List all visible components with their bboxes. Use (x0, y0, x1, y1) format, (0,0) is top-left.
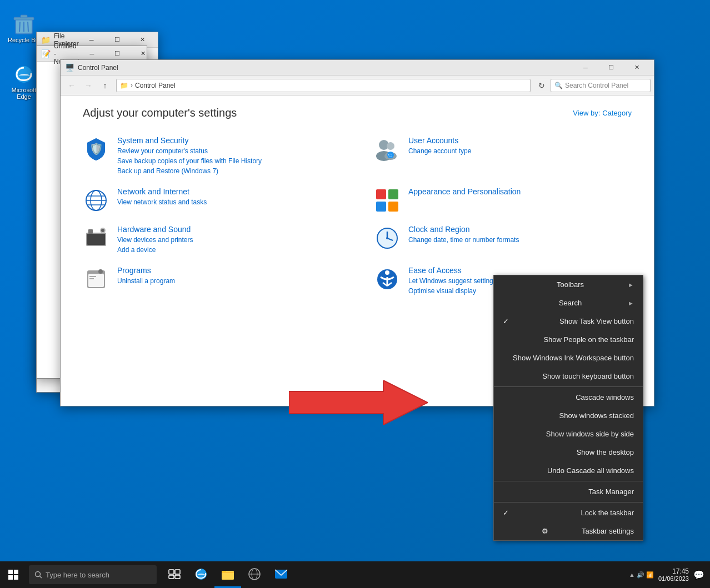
system-security-title[interactable]: System and Security (117, 136, 262, 145)
svg-point-31 (386, 237, 388, 239)
control-panel-titlebar: 🖥️ Control Panel ─ ☐ ✕ (61, 60, 654, 76)
cm-item-touch-keyboard[interactable]: Show touch keyboard button (494, 367, 643, 385)
programs-title[interactable]: Programs (117, 266, 175, 275)
hardware-desc[interactable]: View devices and printersAdd a device (117, 235, 193, 255)
system-security-text: System and Security Review your computer… (117, 136, 262, 176)
cm-item-cascade[interactable]: Cascade windows (494, 388, 643, 406)
svg-rect-52 (175, 575, 180, 579)
context-menu: Toolbars ► Search ► ✓ Show Task View but… (493, 275, 643, 541)
recycle-bin-label: Recycle Bin (8, 37, 40, 43)
programs-desc[interactable]: Uninstall a program (117, 276, 175, 286)
svg-line-3 (19, 22, 20, 32)
hardware-title[interactable]: Hardware and Sound (117, 225, 193, 234)
ease-title[interactable]: Ease of Access (408, 266, 497, 275)
cm-label-touch-keyboard: Show touch keyboard button (542, 372, 634, 380)
cm-item-task-manager[interactable]: Task Manager (494, 483, 643, 501)
svg-text:🛡️: 🛡️ (89, 142, 103, 155)
cm-label-undo-cascade: Undo Cascade all windows (547, 466, 634, 475)
cm-item-task-view[interactable]: ✓ Show Task View button (494, 312, 643, 330)
cm-item-side-by-side[interactable]: Show windows side by side (494, 425, 643, 443)
cm-arrow-toolbars: ► (628, 282, 634, 288)
cm-item-toolbars[interactable]: Toolbars ► (494, 275, 643, 294)
svg-point-36 (98, 269, 103, 274)
cm-separator-2 (494, 481, 643, 481)
clock-desc[interactable]: Change date, time or number formats (408, 235, 519, 245)
taskbar-browser[interactable] (241, 561, 268, 588)
ease-desc[interactable]: Let Windows suggest settingsOptimise vis… (408, 276, 497, 296)
cm-item-undo-cascade[interactable]: Undo Cascade all windows (494, 461, 643, 480)
nav-forward[interactable]: → (81, 78, 96, 93)
system-security-desc[interactable]: Review your computer's statusSave backup… (117, 146, 262, 176)
cm-arrow-search: ► (628, 300, 634, 306)
cp-item-hardware[interactable]: Hardware and Sound View devices and prin… (83, 225, 341, 255)
svg-line-48 (40, 576, 42, 579)
nav-up[interactable]: ↑ (97, 78, 113, 93)
cp-item-network[interactable]: Network and Internet View network status… (83, 187, 341, 214)
taskbar-search[interactable]: Type here to search (29, 565, 157, 584)
address-bar[interactable]: 📁 › Control Panel (116, 79, 531, 92)
taskbar-tray: ▲ 🔊 📶 17:45 01/06/2023 💬 (623, 567, 710, 582)
nav-back[interactable]: ← (64, 78, 79, 93)
appearance-title[interactable]: Appearance and Personalisation (408, 187, 521, 196)
taskbar-file-explorer[interactable] (214, 561, 241, 588)
cp-item-user-accounts[interactable]: 🛡 User Accounts Change account type (374, 136, 632, 176)
cm-label-lock-taskbar: Lock the taskbar (581, 509, 634, 517)
user-accounts-desc[interactable]: Change account type (408, 146, 471, 156)
view-by-value[interactable]: Category (602, 109, 632, 117)
start-button[interactable] (0, 561, 27, 588)
refresh-btn[interactable]: ↻ (534, 78, 549, 93)
control-panel-maximize[interactable]: ☐ (598, 60, 624, 76)
cm-check-lock-taskbar: ✓ (503, 509, 512, 517)
network-text: Network and Internet View network status… (117, 187, 207, 207)
programs-icon (83, 266, 109, 293)
taskbar-search-placeholder: Type here to search (46, 571, 109, 579)
svg-point-38 (385, 270, 389, 275)
svg-rect-19 (376, 189, 386, 199)
control-panel-close[interactable]: ✕ (624, 60, 649, 76)
svg-rect-21 (376, 202, 386, 212)
svg-rect-49 (169, 570, 174, 574)
taskbar: Type here to search (0, 561, 710, 588)
clock-title[interactable]: Clock and Region (408, 225, 519, 234)
svg-marker-42 (289, 380, 428, 425)
address-bar-breadcrumb: 📁 (120, 82, 128, 89)
network-title[interactable]: Network and Internet (117, 187, 207, 196)
desktop: Recycle Bin Microsoft Edge 📁 File Explor… (0, 0, 710, 588)
cm-label-taskbar-settings: Taskbar settings (582, 527, 634, 535)
cp-item-clock[interactable]: Clock and Region Change date, time or nu… (374, 225, 632, 255)
svg-rect-46 (14, 575, 18, 580)
tray-icons: ▲ 🔊 📶 (629, 571, 654, 579)
user-accounts-title[interactable]: User Accounts (408, 136, 471, 145)
hardware-text: Hardware and Sound View devices and prin… (117, 225, 193, 255)
cm-item-lock-taskbar[interactable]: ✓ Lock the taskbar (494, 504, 643, 522)
control-panel-minimize[interactable]: ─ (573, 60, 598, 76)
cm-label-task-manager: Task Manager (588, 488, 634, 496)
cp-item-appearance[interactable]: Appearance and Personalisation (374, 187, 632, 214)
cm-item-ink-workspace[interactable]: Show Windows Ink Workspace button (494, 349, 643, 367)
task-view-button[interactable] (161, 561, 188, 588)
search-box[interactable]: 🔍 Search Control Panel (551, 79, 651, 92)
svg-rect-43 (8, 570, 13, 574)
cm-item-search[interactable]: Search ► (494, 294, 643, 312)
cm-item-people[interactable]: Show People on the taskbar (494, 330, 643, 349)
file-explorer-titlebar-icon: 📁 (41, 36, 51, 44)
gear-icon: ⚙ (542, 527, 548, 535)
taskbar-mail[interactable] (268, 561, 294, 588)
system-security-icon: 🛡️ (83, 136, 109, 163)
network-desc[interactable]: View network status and tasks (117, 197, 207, 207)
svg-rect-22 (388, 202, 398, 212)
svg-rect-33 (88, 274, 104, 287)
cm-item-stacked[interactable]: Show windows stacked (494, 406, 643, 425)
cp-item-system-security[interactable]: 🛡️ System and Security Review your compu… (83, 136, 341, 176)
notification-area[interactable]: 💬 (693, 570, 704, 580)
cm-item-taskbar-settings[interactable]: ⚙ Taskbar settings (494, 522, 643, 540)
ease-icon (374, 266, 401, 293)
edge-icon (13, 63, 35, 86)
cm-item-show-desktop[interactable]: Show the desktop (494, 443, 643, 461)
svg-rect-45 (8, 575, 13, 580)
cm-label-task-view: Show Task View button (559, 317, 634, 325)
cm-separator-3 (494, 502, 643, 502)
cp-item-programs[interactable]: Programs Uninstall a program (83, 266, 341, 296)
cm-label-people: Show People on the taskbar (543, 335, 634, 344)
taskbar-edge[interactable] (188, 561, 214, 588)
